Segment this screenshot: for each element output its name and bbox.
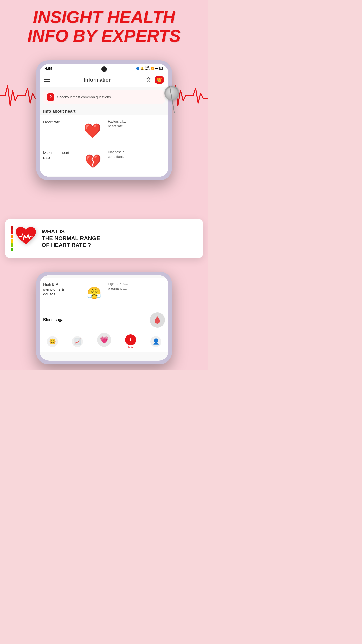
gauge-green [11,248,13,251]
blood-sugar-label: Blood sugar [43,318,65,322]
gauge-lime [11,243,13,247]
gauge-red1 [11,230,13,234]
title-line2: INFO BY EXPERTS [0,26,208,45]
wifi-icon: 📶 [151,67,154,70]
notification-icon: 🔔 [140,67,144,70]
stats-icon: 📈 [72,336,83,347]
phone-frame-bottom: High B.P symptoms & causes 😤 High B.P du… [36,272,172,364]
factors-label: Factors aff... [108,119,126,124]
overlay-text-block: WHAT IS THE NORMAL RANGE OF HEART RATE ? [42,228,198,248]
camera-notch [101,66,107,72]
status-time: 4:55 [45,66,52,71]
bp-emoji: 😤 [87,286,101,300]
faq-arrow-icon: → [157,95,161,100]
heart-gauge [11,226,37,251]
translate-icon[interactable]: ⽂ [146,76,151,84]
blood-sugar-card[interactable]: Blood sugar [40,308,168,332]
gauge-red2 [11,226,13,230]
status-icons: 🔵 🔔 1.00KB/S 📶 ▪▪▪ 39 [136,66,163,71]
signal-icon: ▪▪▪ [155,67,158,70]
bp-symptoms-card[interactable]: High B.P symptoms & causes 😤 [40,278,104,308]
app-screen-title: Information [84,77,112,83]
faq-text: Checkout most common questions [57,95,157,99]
factors-card[interactable]: Factors aff... heart rate [104,115,168,146]
faq-banner[interactable]: ? Checkout most common questions → [43,90,165,104]
menu-button[interactable] [44,78,50,82]
heart-emoji: ❤️ [84,122,101,139]
bp-pregnancy-label: High B.P du... [108,282,128,286]
gauge-bar [11,226,13,251]
heartbeat-left-decoration [0,80,40,111]
diagnose-sublabel: conditions [108,154,124,159]
info-nav-label: Info [128,346,133,349]
bp-card-grid: High B.P symptoms & causes 😤 High B.P du… [40,278,168,308]
gauge-orange [11,235,13,238]
profile-icon: 👤 [150,336,161,347]
heart-center-icon: 💗 [97,333,111,347]
battery-icon: 39 [159,67,163,70]
phone-frame: 4:55 🔵 🔔 1.00KB/S 📶 ▪▪▪ 39 Information [36,60,172,180]
header-action-icons: ⽂ 👑 [146,76,164,84]
max-heart-rate-label: Maximum heart rate [43,150,76,160]
heart-icon-large [15,226,37,251]
title-line1: INSIGHT HEALTH [0,8,208,26]
nav-stats[interactable]: 📈 [72,336,83,347]
phone-body: 4:55 🔵 🔔 1.00KB/S 📶 ▪▪▪ 39 Information [36,60,172,180]
diagnose-label: Diagnose h... [108,150,127,154]
bp-pregnancy-sublabel: pregnancy... [108,286,127,291]
data-speed: 1.00KB/S [145,66,150,71]
max-heart-rate-card[interactable]: Maximum heart rate 💔 [40,146,104,176]
phone-screen: 4:55 🔵 🔔 1.00KB/S 📶 ▪▪▪ 39 Information [40,64,168,177]
bluetooth-icon: 🔵 [136,67,140,70]
broken-heart-emoji: 💔 [85,154,101,169]
phone-screen-bottom: High B.P symptoms & causes 😤 High B.P du… [40,275,168,361]
faq-icon: ? [47,93,54,101]
nav-info[interactable]: i Info [125,334,136,349]
overlay-info-card: WHAT IS THE NORMAL RANGE OF HEART RATE ? [5,219,203,258]
stethoscope-decoration [164,86,179,101]
gauge-yellow [11,239,13,243]
bp-symptoms-label: High B.P symptoms & causes [43,282,76,297]
heart-rate-label: Heart rate [43,119,60,125]
menu-line2 [44,79,50,80]
blood-sugar-icon [150,312,165,328]
menu-line1 [44,78,50,78]
info-card-grid: Heart rate ❤️ Factors aff... heart rate … [40,115,168,176]
bottom-nav: 😊 📈 💗 i Info 👤 [40,332,168,352]
main-title-section: INSIGHT HEALTH INFO BY EXPERTS [0,8,208,45]
overlay-title: WHAT IS THE NORMAL RANGE OF HEART RATE ? [42,228,198,248]
bp-pregnancy-card[interactable]: High B.P du... pregnancy... [104,278,168,308]
heart-rate-card[interactable]: Heart rate ❤️ [40,115,104,146]
info-icon: i [125,334,136,345]
phone-body-bottom: High B.P symptoms & causes 😤 High B.P du… [36,272,172,364]
nav-heart-center[interactable]: 💗 [97,336,111,347]
app-header: Information ⽂ 👑 [40,72,168,87]
home-icon: 😊 [47,336,58,347]
nav-home[interactable]: 😊 [47,336,58,347]
section-label: Info about heart [40,107,168,115]
factors-sublabel: heart rate [108,124,123,128]
crown-icon[interactable]: 👑 [155,76,164,84]
nav-profile[interactable]: 👤 [150,336,161,347]
menu-line3 [44,81,50,82]
diagnose-card[interactable]: Diagnose h... conditions [104,146,168,176]
